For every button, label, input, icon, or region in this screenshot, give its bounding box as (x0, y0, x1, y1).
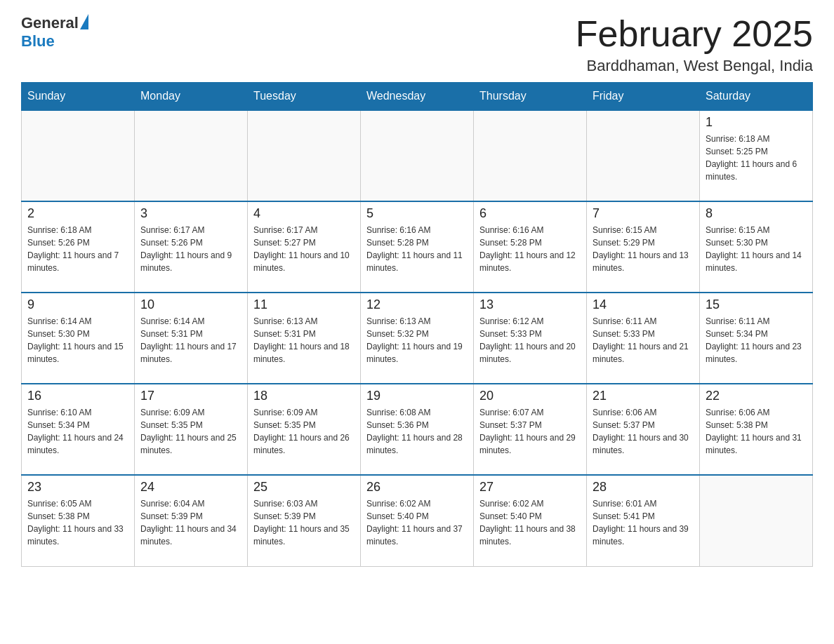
logo-blue-text: Blue (21, 32, 55, 50)
day-info: Sunrise: 6:05 AMSunset: 5:38 PMDaylight:… (27, 497, 128, 548)
calendar-cell: 9Sunrise: 6:14 AMSunset: 5:30 PMDaylight… (22, 293, 135, 384)
logo-triangle-icon (80, 14, 88, 29)
day-number: 1 (706, 115, 807, 130)
calendar-cell: 8Sunrise: 6:15 AMSunset: 5:30 PMDaylight… (700, 201, 813, 293)
calendar-cell: 18Sunrise: 6:09 AMSunset: 5:35 PMDayligh… (248, 384, 361, 475)
day-info: Sunrise: 6:17 AMSunset: 5:27 PMDaylight:… (253, 224, 355, 274)
day-number: 6 (479, 206, 581, 221)
calendar-cell (248, 110, 361, 201)
day-number: 14 (593, 297, 694, 312)
day-info: Sunrise: 6:06 AMSunset: 5:38 PMDaylight:… (706, 406, 807, 457)
calendar-cell: 13Sunrise: 6:12 AMSunset: 5:33 PMDayligh… (474, 293, 587, 384)
calendar-cell: 21Sunrise: 6:06 AMSunset: 5:37 PMDayligh… (587, 384, 700, 475)
logo: General Blue (21, 14, 90, 51)
calendar-cell: 24Sunrise: 6:04 AMSunset: 5:39 PMDayligh… (135, 475, 248, 566)
day-info: Sunrise: 6:11 AMSunset: 5:34 PMDaylight:… (706, 315, 807, 365)
week-row-3: 16Sunrise: 6:10 AMSunset: 5:34 PMDayligh… (22, 384, 813, 475)
day-number: 8 (706, 206, 807, 221)
calendar-cell: 10Sunrise: 6:14 AMSunset: 5:31 PMDayligh… (135, 293, 248, 384)
calendar-header-row: SundayMondayTuesdayWednesdayThursdayFrid… (22, 83, 813, 111)
day-number: 5 (366, 206, 468, 221)
calendar-cell: 19Sunrise: 6:08 AMSunset: 5:36 PMDayligh… (361, 384, 474, 475)
calendar-cell: 6Sunrise: 6:16 AMSunset: 5:28 PMDaylight… (474, 201, 587, 293)
day-info: Sunrise: 6:03 AMSunset: 5:39 PMDaylight:… (253, 497, 355, 548)
day-info: Sunrise: 6:09 AMSunset: 5:35 PMDaylight:… (140, 406, 241, 457)
calendar-cell: 28Sunrise: 6:01 AMSunset: 5:41 PMDayligh… (587, 475, 700, 566)
calendar-header-saturday: Saturday (700, 83, 813, 111)
calendar-cell: 14Sunrise: 6:11 AMSunset: 5:33 PMDayligh… (587, 293, 700, 384)
day-number: 28 (593, 480, 694, 495)
day-number: 11 (253, 297, 355, 312)
day-number: 27 (479, 480, 581, 495)
calendar-header-thursday: Thursday (474, 83, 587, 111)
calendar-cell (587, 110, 700, 201)
day-info: Sunrise: 6:08 AMSunset: 5:36 PMDaylight:… (366, 406, 468, 457)
calendar-cell: 5Sunrise: 6:16 AMSunset: 5:28 PMDaylight… (361, 201, 474, 293)
calendar-cell (700, 475, 813, 566)
calendar-header-wednesday: Wednesday (361, 83, 474, 111)
calendar-cell: 25Sunrise: 6:03 AMSunset: 5:39 PMDayligh… (248, 475, 361, 566)
calendar-header-friday: Friday (587, 83, 700, 111)
day-number: 21 (593, 389, 694, 403)
calendar-header-monday: Monday (135, 83, 248, 111)
day-number: 13 (479, 297, 581, 312)
day-info: Sunrise: 6:13 AMSunset: 5:31 PMDaylight:… (253, 315, 355, 365)
day-info: Sunrise: 6:07 AMSunset: 5:37 PMDaylight:… (479, 406, 581, 457)
day-number: 24 (140, 480, 241, 495)
day-number: 3 (140, 206, 241, 221)
day-info: Sunrise: 6:16 AMSunset: 5:28 PMDaylight:… (366, 224, 468, 274)
calendar-cell: 2Sunrise: 6:18 AMSunset: 5:26 PMDaylight… (22, 201, 135, 293)
day-info: Sunrise: 6:17 AMSunset: 5:26 PMDaylight:… (140, 224, 241, 274)
day-info: Sunrise: 6:13 AMSunset: 5:32 PMDaylight:… (366, 315, 468, 365)
calendar-cell: 17Sunrise: 6:09 AMSunset: 5:35 PMDayligh… (135, 384, 248, 475)
calendar-cell: 15Sunrise: 6:11 AMSunset: 5:34 PMDayligh… (700, 293, 813, 384)
day-number: 25 (253, 480, 355, 495)
calendar-cell: 27Sunrise: 6:02 AMSunset: 5:40 PMDayligh… (474, 475, 587, 566)
day-info: Sunrise: 6:15 AMSunset: 5:30 PMDaylight:… (706, 224, 807, 274)
day-info: Sunrise: 6:02 AMSunset: 5:40 PMDaylight:… (366, 497, 468, 548)
day-info: Sunrise: 6:12 AMSunset: 5:33 PMDaylight:… (479, 315, 581, 365)
calendar-cell: 22Sunrise: 6:06 AMSunset: 5:38 PMDayligh… (700, 384, 813, 475)
calendar-cell: 3Sunrise: 6:17 AMSunset: 5:26 PMDaylight… (135, 201, 248, 293)
calendar-cell (135, 110, 248, 201)
week-row-0: 1Sunrise: 6:18 AMSunset: 5:25 PMDaylight… (22, 110, 813, 201)
day-number: 18 (253, 389, 355, 403)
calendar-cell: 11Sunrise: 6:13 AMSunset: 5:31 PMDayligh… (248, 293, 361, 384)
calendar-cell: 4Sunrise: 6:17 AMSunset: 5:27 PMDaylight… (248, 201, 361, 293)
calendar-cell (361, 110, 474, 201)
day-info: Sunrise: 6:15 AMSunset: 5:29 PMDaylight:… (593, 224, 694, 274)
title-section: February 2025 Barddhaman, West Bengal, I… (576, 14, 813, 75)
day-number: 17 (140, 389, 241, 403)
day-info: Sunrise: 6:14 AMSunset: 5:30 PMDaylight:… (27, 315, 128, 365)
calendar-header-tuesday: Tuesday (248, 83, 361, 111)
calendar-cell: 16Sunrise: 6:10 AMSunset: 5:34 PMDayligh… (22, 384, 135, 475)
day-info: Sunrise: 6:10 AMSunset: 5:34 PMDaylight:… (27, 406, 128, 457)
calendar-header-sunday: Sunday (22, 83, 135, 111)
day-number: 16 (27, 389, 128, 403)
day-number: 15 (706, 297, 807, 312)
week-row-4: 23Sunrise: 6:05 AMSunset: 5:38 PMDayligh… (22, 475, 813, 566)
calendar-cell: 1Sunrise: 6:18 AMSunset: 5:25 PMDaylight… (700, 110, 813, 201)
page-header: General Blue February 2025 Barddhaman, W… (21, 14, 813, 75)
calendar-table: SundayMondayTuesdayWednesdayThursdayFrid… (21, 82, 813, 567)
day-number: 12 (366, 297, 468, 312)
calendar-cell: 26Sunrise: 6:02 AMSunset: 5:40 PMDayligh… (361, 475, 474, 566)
day-number: 19 (366, 389, 468, 403)
day-number: 10 (140, 297, 241, 312)
week-row-2: 9Sunrise: 6:14 AMSunset: 5:30 PMDaylight… (22, 293, 813, 384)
day-info: Sunrise: 6:04 AMSunset: 5:39 PMDaylight:… (140, 497, 241, 548)
day-info: Sunrise: 6:01 AMSunset: 5:41 PMDaylight:… (593, 497, 694, 548)
day-number: 20 (479, 389, 581, 403)
day-number: 23 (27, 480, 128, 495)
calendar-cell: 7Sunrise: 6:15 AMSunset: 5:29 PMDaylight… (587, 201, 700, 293)
logo-general-text: General (21, 14, 79, 32)
calendar-cell (22, 110, 135, 201)
day-info: Sunrise: 6:09 AMSunset: 5:35 PMDaylight:… (253, 406, 355, 457)
day-info: Sunrise: 6:16 AMSunset: 5:28 PMDaylight:… (479, 224, 581, 274)
day-number: 22 (706, 389, 807, 403)
day-info: Sunrise: 6:06 AMSunset: 5:37 PMDaylight:… (593, 406, 694, 457)
day-number: 26 (366, 480, 468, 495)
day-info: Sunrise: 6:18 AMSunset: 5:26 PMDaylight:… (27, 224, 128, 274)
week-row-1: 2Sunrise: 6:18 AMSunset: 5:26 PMDaylight… (22, 201, 813, 293)
day-info: Sunrise: 6:18 AMSunset: 5:25 PMDaylight:… (706, 133, 807, 183)
